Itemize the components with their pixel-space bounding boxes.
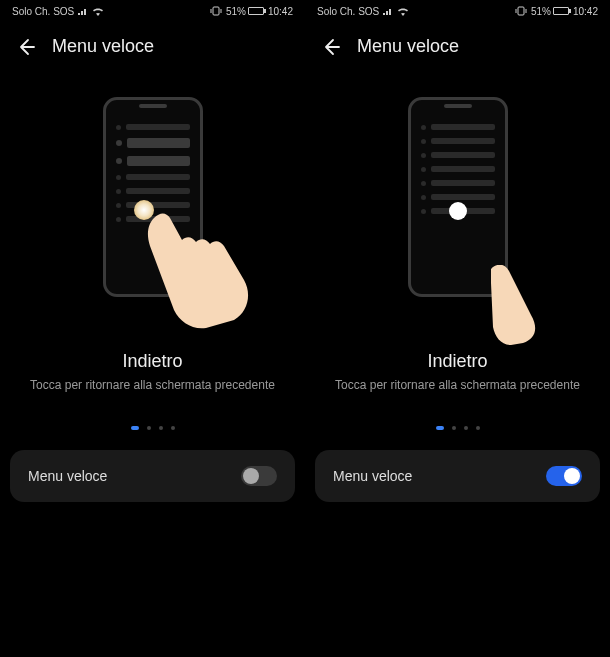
- back-button[interactable]: [321, 37, 341, 57]
- vibrate-icon: [515, 6, 527, 16]
- menu-veloce-toggle[interactable]: [241, 466, 277, 486]
- dot-1[interactable]: [436, 426, 444, 430]
- dot-1[interactable]: [131, 426, 139, 430]
- clock-text: 10:42: [268, 6, 293, 17]
- battery-indicator: 51%: [531, 6, 569, 17]
- clock-text: 10:42: [573, 6, 598, 17]
- carrier-text: Solo Ch. SOS: [317, 6, 379, 17]
- illustration: [0, 97, 305, 337]
- battery-icon: [553, 7, 569, 15]
- dot-4[interactable]: [476, 426, 480, 430]
- hand-icon: [146, 210, 276, 330]
- back-arrow-icon: [321, 37, 341, 57]
- status-carrier: Solo Ch. SOS: [12, 6, 104, 17]
- battery-icon: [248, 7, 264, 15]
- toggle-label: Menu veloce: [333, 468, 412, 484]
- dot-2[interactable]: [147, 426, 151, 430]
- svg-rect-1: [518, 7, 524, 15]
- svg-rect-0: [213, 7, 219, 15]
- dot-3[interactable]: [464, 426, 468, 430]
- screen-left: Solo Ch. SOS 51% 10:42 Menu veloce: [0, 0, 305, 657]
- wifi-icon: [397, 7, 409, 16]
- page-title: Menu veloce: [357, 36, 459, 57]
- dot-2[interactable]: [452, 426, 456, 430]
- feature-title: Indietro: [0, 351, 305, 372]
- feature-title: Indietro: [305, 351, 610, 372]
- carrier-text: Solo Ch. SOS: [12, 6, 74, 17]
- battery-indicator: 51%: [226, 6, 264, 17]
- signal-icon: [383, 7, 393, 15]
- battery-text: 51%: [531, 6, 551, 17]
- back-button[interactable]: [16, 37, 36, 57]
- dot-3[interactable]: [159, 426, 163, 430]
- page-indicator: [0, 426, 305, 430]
- dot-4[interactable]: [171, 426, 175, 430]
- wifi-icon: [92, 7, 104, 16]
- phone-illustration: [408, 97, 508, 297]
- toggle-label: Menu veloce: [28, 468, 107, 484]
- illustration: [305, 97, 610, 337]
- touch-point-icon: [449, 202, 467, 220]
- menu-veloce-toggle[interactable]: [546, 466, 582, 486]
- hand-icon: [491, 265, 561, 345]
- status-right: 51% 10:42: [210, 6, 293, 17]
- signal-icon: [78, 7, 88, 15]
- toggle-card: Menu veloce: [10, 450, 295, 502]
- feature-description: Tocca per ritornare alla schermata prece…: [305, 378, 610, 392]
- switch-knob: [564, 468, 580, 484]
- screen-right: Solo Ch. SOS 51% 10:42 Menu veloce: [305, 0, 610, 657]
- status-carrier: Solo Ch. SOS: [317, 6, 409, 17]
- app-header: Menu veloce: [0, 22, 305, 67]
- toggle-card: Menu veloce: [315, 450, 600, 502]
- back-arrow-icon: [16, 37, 36, 57]
- page-indicator: [305, 426, 610, 430]
- status-bar: Solo Ch. SOS 51% 10:42: [305, 0, 610, 22]
- status-right: 51% 10:42: [515, 6, 598, 17]
- feature-description: Tocca per ritornare alla schermata prece…: [0, 378, 305, 392]
- status-bar: Solo Ch. SOS 51% 10:42: [0, 0, 305, 22]
- battery-text: 51%: [226, 6, 246, 17]
- vibrate-icon: [210, 6, 222, 16]
- app-header: Menu veloce: [305, 22, 610, 67]
- page-title: Menu veloce: [52, 36, 154, 57]
- switch-knob: [243, 468, 259, 484]
- phone-illustration: [103, 97, 203, 297]
